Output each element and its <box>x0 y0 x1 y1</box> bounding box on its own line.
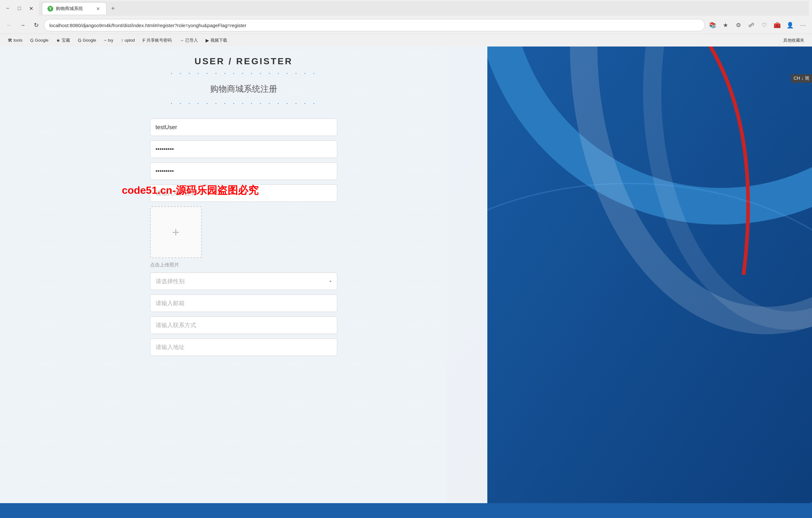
bookmark-txy[interactable]: ~ txy <box>101 36 117 44</box>
bookmark-video-download[interactable]: ▶ 视频下载 <box>202 36 230 45</box>
address-bar-row: ← → ↻ 📚 ★ ⚙ ☍ ♡ 🧰 👤 ⋯ <box>0 17 812 34</box>
bookmark-tools-label: tools <box>13 38 22 43</box>
form-title-top: USER / REGISTER <box>170 56 317 66</box>
gender-select[interactable]: 请选择性别 男 女 <box>150 273 337 290</box>
collections-button[interactable]: ⚙ <box>733 19 744 31</box>
back-button[interactable]: ← <box>3 19 15 31</box>
bookmark-baocang-label: 宝藏 <box>62 37 70 43</box>
active-tab[interactable]: Y 购物商城系统 ✕ <box>42 2 107 15</box>
right-panel <box>447 47 812 503</box>
form-fields: + 点击上传照片 请选择性别 男 女 <box>150 118 337 356</box>
bookmark-other[interactable]: 其他收藏夹 <box>780 36 808 45</box>
address-input[interactable] <box>150 338 337 356</box>
nickname-input[interactable] <box>150 184 337 202</box>
shared-account-icon: F <box>143 38 146 43</box>
new-tab-button[interactable]: + <box>108 3 118 13</box>
maximize-button[interactable]: □ <box>15 4 24 13</box>
bookmark-shared-account[interactable]: F 共享账号密码 <box>139 36 175 45</box>
settings-button[interactable]: ⋯ <box>797 19 809 31</box>
username-input[interactable] <box>150 118 337 136</box>
tabs-area: Y 购物商城系统 ✕ + <box>39 1 809 16</box>
split-screen-button[interactable]: ☍ <box>746 19 757 31</box>
dot-divider-top: · · · · · · · · · · · · · · · · · <box>170 68 317 78</box>
refresh-button[interactable]: ↻ <box>30 19 42 31</box>
bookmark-shared-account-label: 共享账号密码 <box>147 37 172 43</box>
form-subtitle: 购物商城系统注册 <box>170 83 317 94</box>
svg-rect-0 <box>447 47 812 503</box>
bookmarks-bar: 🛠 tools G Google ★ 宝藏 G Google ~ txy ↑ u… <box>0 34 812 47</box>
tools-icon: 🛠 <box>8 38 12 43</box>
dot-divider-bottom: · · · · · · · · · · · · · · · · · <box>170 98 317 108</box>
bookmark-tools[interactable]: 🛠 tools <box>4 36 26 44</box>
toolbar-icons: 📚 ★ ⚙ ☍ ♡ 🧰 👤 ⋯ <box>707 19 809 31</box>
window-controls: − □ ✕ <box>3 4 35 13</box>
forward-button[interactable]: → <box>17 19 28 31</box>
google1-icon: G <box>30 38 34 43</box>
uplod-icon: ↑ <box>121 38 123 43</box>
bookmark-txy-label: txy <box>108 38 113 43</box>
bookmark-baocang[interactable]: ★ 宝藏 <box>53 36 73 45</box>
address-input[interactable] <box>44 19 705 31</box>
bookmark-imported-label: 已导入 <box>185 37 198 43</box>
extensions-button[interactable]: 🧰 <box>771 19 783 31</box>
photo-upload-label: 点击上传照片 <box>150 262 179 268</box>
bookmark-imported[interactable]: → 已导入 <box>176 36 201 45</box>
tab-title: 购物商城系统 <box>56 6 93 11</box>
bookmark-button[interactable]: ★ <box>720 19 731 31</box>
imported-icon: → <box>179 38 184 43</box>
bookmark-google2[interactable]: G Google <box>75 36 99 44</box>
ch-indicator: CH ↓ 简 <box>791 74 812 83</box>
baocang-icon: ★ <box>56 38 60 43</box>
form-header: USER / REGISTER · · · · · · · · · · · · … <box>170 56 317 113</box>
tab-close-button[interactable]: ✕ <box>95 6 101 11</box>
browser-chrome: − □ ✕ Y 购物商城系统 ✕ + ← → ↻ 📚 ★ ⚙ ☍ ♡ 🧰 <box>0 0 812 47</box>
form-container: USER / REGISTER · · · · · · · · · · · · … <box>0 47 487 503</box>
close-button[interactable]: ✕ <box>26 4 35 13</box>
google2-icon: G <box>78 38 81 43</box>
bookmark-google1[interactable]: G Google <box>27 36 52 44</box>
bookmark-google2-label: Google <box>83 38 96 43</box>
confirm-password-input[interactable] <box>150 162 337 180</box>
read-mode-button[interactable]: 📚 <box>707 19 718 31</box>
email-input[interactable] <box>150 295 337 312</box>
bookmark-other-label: 其他收藏夹 <box>783 37 804 43</box>
bookmark-video-download-label: 视频下载 <box>210 37 227 43</box>
favorites-button[interactable]: ♡ <box>758 19 770 31</box>
page-content: .wm-row { position: absolute; display: f… <box>0 47 812 503</box>
title-bar: − □ ✕ Y 购物商城系统 ✕ + <box>0 0 812 17</box>
video-download-icon: ▶ <box>206 38 209 43</box>
minimize-button[interactable]: − <box>3 4 12 13</box>
contact-input[interactable] <box>150 317 337 334</box>
password-input[interactable] <box>150 140 337 158</box>
tab-favicon: Y <box>48 6 53 11</box>
upload-plus-icon: + <box>172 225 179 240</box>
bookmark-uplod[interactable]: ↑ uplod <box>118 36 138 44</box>
profile-button[interactable]: 👤 <box>784 19 796 31</box>
photo-upload-area[interactable]: + <box>150 207 202 258</box>
bookmark-google1-label: Google <box>35 38 49 43</box>
txy-icon: ~ <box>104 38 107 43</box>
photo-section: + 点击上传照片 <box>150 207 337 268</box>
bookmark-uplod-label: uplod <box>124 38 135 43</box>
